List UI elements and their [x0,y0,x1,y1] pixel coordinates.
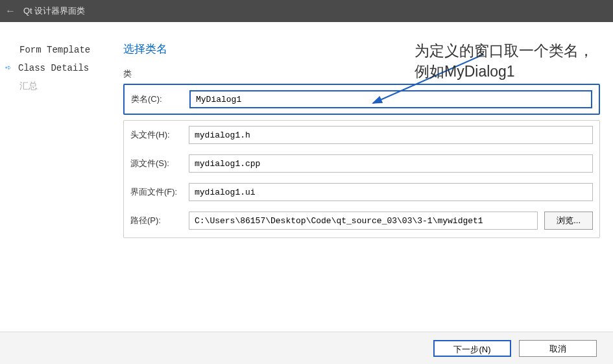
header-file-input[interactable] [189,126,593,144]
sidebar-item-summary: 汇总 [19,77,110,95]
bottom-bar: 下一步(N) 取消 [0,332,613,364]
ui-file-row: 界面文件(F): [124,178,599,206]
sidebar-item-label: 汇总 [19,80,38,92]
class-name-group: 类名(C): [123,84,600,115]
browse-button[interactable]: 浏览... [544,212,593,230]
cancel-button[interactable]: 取消 [519,340,597,357]
path-label: 路径(P): [130,215,189,226]
class-name-input[interactable] [189,90,592,108]
wizard-sidebar: Form Template ➪ Class Details 汇总 [0,22,110,332]
next-button[interactable]: 下一步(N) [433,340,511,357]
class-name-label: 类名(C): [131,93,189,105]
source-file-label: 源文件(S): [130,158,189,169]
class-name-row: 类名(C): [125,85,599,114]
sidebar-item-form-template[interactable]: Form Template [19,42,110,58]
group-label: 类 [123,68,600,80]
sidebar-item-class-details[interactable]: ➪ Class Details [19,58,110,77]
back-arrow-icon[interactable]: ← [5,5,16,17]
source-file-row: 源文件(S): [124,149,599,178]
window-title: Qt 设计器界面类 [23,5,85,17]
sidebar-item-label: Form Template [19,45,90,55]
header-file-label: 头文件(H): [130,129,189,141]
content-area: Form Template ➪ Class Details 汇总 选择类名 类 … [0,22,613,332]
source-file-input[interactable] [189,154,593,173]
title-bar: ← Qt 设计器界面类 [0,0,613,22]
main-panel: 选择类名 类 类名(C): 头文件(H): 源文件(S): 界面文件(F): 路 [110,22,613,332]
ui-file-input[interactable] [189,183,593,201]
header-file-row: 头文件(H): [124,121,599,149]
current-step-arrow-icon: ➪ [5,62,18,74]
ui-file-label: 界面文件(F): [130,186,189,198]
path-input[interactable] [189,212,538,230]
file-fields-group: 头文件(H): 源文件(S): 界面文件(F): 路径(P): 浏览... [123,120,600,238]
path-row: 路径(P): 浏览... [124,206,599,237]
page-title: 选择类名 [123,42,600,56]
sidebar-item-label: Class Details [18,63,89,73]
